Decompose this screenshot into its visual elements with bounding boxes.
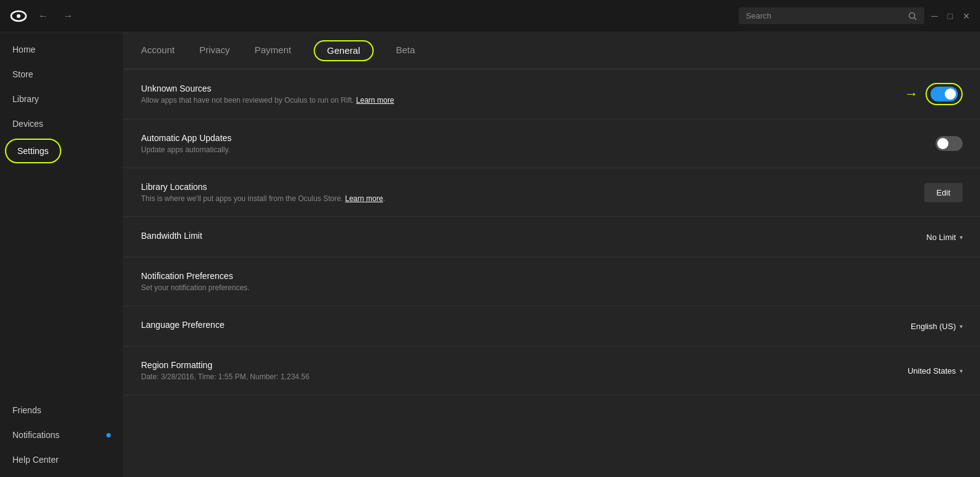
unknown-sources-title: Unknown Sources xyxy=(141,84,905,93)
tab-payment[interactable]: Payment xyxy=(252,40,293,61)
bandwidth-limit-info: Bandwidth Limit xyxy=(141,231,926,243)
library-locations-info: Library Locations This is where we'll pu… xyxy=(141,182,924,203)
automatic-updates-desc: Update apps automatically. xyxy=(141,145,935,154)
bandwidth-limit-control: No Limit ▾ xyxy=(926,233,963,242)
automatic-updates-control xyxy=(935,136,963,151)
language-preference-value: English (US) xyxy=(911,322,956,331)
tab-account[interactable]: Account xyxy=(139,40,177,61)
toggle-circle xyxy=(926,83,963,105)
unknown-sources-desc: Allow apps that have not been reviewed b… xyxy=(141,96,905,105)
sidebar-item-store[interactable]: Store xyxy=(0,62,123,87)
sidebar-item-label: Settings xyxy=(17,146,49,156)
notification-dot xyxy=(106,433,111,437)
back-button[interactable]: ← xyxy=(35,8,52,24)
unknown-sources-control: → xyxy=(905,83,963,105)
unknown-sources-toggle[interactable] xyxy=(931,87,958,101)
arrow-right-icon: → xyxy=(905,86,918,102)
tab-privacy[interactable]: Privacy xyxy=(197,40,232,61)
notification-preferences-row: Notification Preferences Set your notifi… xyxy=(124,257,980,306)
automatic-updates-toggle-thumb xyxy=(937,138,948,149)
chevron-down-icon: ▾ xyxy=(960,234,963,241)
maximize-button[interactable]: □ xyxy=(948,11,953,21)
notification-preferences-info: Notification Preferences Set your notifi… xyxy=(141,271,963,292)
automatic-updates-info: Automatic App Updates Update apps automa… xyxy=(141,133,935,154)
sidebar-item-notifications[interactable]: Notifications xyxy=(0,423,123,447)
region-formatting-desc: Date: 3/28/2016, Time: 1:55 PM, Number: … xyxy=(141,372,908,381)
minimize-button[interactable]: ─ xyxy=(932,11,938,21)
bandwidth-limit-title: Bandwidth Limit xyxy=(141,231,926,241)
sidebar-item-library[interactable]: Library xyxy=(0,87,123,111)
region-formatting-dropdown[interactable]: United States ▾ xyxy=(908,366,963,376)
sidebar-item-label: Home xyxy=(12,45,35,54)
library-locations-learn-more-link[interactable]: Learn more xyxy=(345,194,383,203)
bandwidth-limit-dropdown[interactable]: No Limit ▾ xyxy=(926,233,963,242)
svg-line-3 xyxy=(914,17,916,20)
sidebar-item-devices[interactable]: Devices xyxy=(0,111,123,136)
sidebar-item-settings[interactable]: Settings xyxy=(0,139,123,163)
forward-button[interactable]: → xyxy=(59,8,77,24)
library-locations-edit-button[interactable]: Edit xyxy=(924,183,963,202)
language-preference-info: Language Preference xyxy=(141,320,911,332)
language-preference-row: Language Preference English (US) ▾ xyxy=(124,306,980,346)
region-formatting-info: Region Formatting Date: 3/28/2016, Time:… xyxy=(141,360,908,381)
sidebar-item-label: Notifications xyxy=(12,430,59,440)
title-bar-controls: ─ □ ✕ xyxy=(932,11,970,21)
language-preference-control: English (US) ▾ xyxy=(911,322,963,331)
close-button[interactable]: ✕ xyxy=(963,11,970,21)
unknown-sources-toggle-thumb xyxy=(945,88,956,100)
chevron-down-icon: ▾ xyxy=(960,323,963,330)
title-bar-left: ← → xyxy=(10,7,739,25)
sidebar-item-label: Library xyxy=(12,94,39,104)
tab-general-wrapper: ↓ General xyxy=(314,40,374,61)
notification-preferences-title: Notification Preferences xyxy=(141,271,963,281)
general-circle: General xyxy=(314,40,374,61)
region-formatting-value: United States xyxy=(908,366,956,376)
sidebar-item-home[interactable]: Home xyxy=(0,37,123,62)
settings-content: Unknown Sources Allow apps that have not… xyxy=(124,69,980,477)
region-formatting-row: Region Formatting Date: 3/28/2016, Time:… xyxy=(124,346,980,395)
tab-beta[interactable]: Beta xyxy=(393,40,418,61)
automatic-updates-toggle[interactable] xyxy=(935,136,963,151)
sidebar-top: Home Store Library Devices Settings xyxy=(0,37,123,398)
oculus-logo-icon xyxy=(10,7,27,25)
region-formatting-title: Region Formatting xyxy=(141,360,908,370)
tabs-bar: Account Privacy Payment ↓ General Beta xyxy=(124,32,980,69)
sidebar-item-label: Devices xyxy=(12,119,43,129)
bandwidth-limit-value: No Limit xyxy=(926,233,956,242)
sidebar: Home Store Library Devices Settings Frie… xyxy=(0,32,124,477)
sidebar-bottom: Friends Notifications Help Center xyxy=(0,398,123,472)
sidebar-item-label: Store xyxy=(12,69,33,79)
bandwidth-limit-row: Bandwidth Limit No Limit ▾ xyxy=(124,217,980,257)
language-preference-dropdown[interactable]: English (US) ▾ xyxy=(911,322,963,331)
arrow-down-icon: ↓ xyxy=(340,32,347,35)
unknown-sources-row: Unknown Sources Allow apps that have not… xyxy=(124,69,980,119)
library-locations-desc-text: This is where we'll put apps you install… xyxy=(141,194,345,203)
automatic-updates-row: Automatic App Updates Update apps automa… xyxy=(124,119,980,168)
language-preference-title: Language Preference xyxy=(141,320,911,330)
settings-highlight: Settings xyxy=(5,139,61,163)
region-formatting-control: United States ▾ xyxy=(908,366,963,376)
library-locations-title: Library Locations xyxy=(141,182,924,192)
library-locations-control: Edit xyxy=(924,183,963,202)
search-area xyxy=(739,7,924,24)
title-bar: ← → ─ □ ✕ xyxy=(0,0,980,32)
main-content: Account Privacy Payment ↓ General Beta U… xyxy=(124,32,980,477)
svg-point-2 xyxy=(909,12,914,18)
unknown-sources-info: Unknown Sources Allow apps that have not… xyxy=(141,84,905,105)
unknown-sources-learn-more-link[interactable]: Learn more xyxy=(356,96,394,105)
sidebar-item-label: Help Center xyxy=(12,455,59,465)
notification-preferences-desc: Set your notification preferences. xyxy=(141,283,963,292)
sidebar-item-friends[interactable]: Friends xyxy=(0,398,123,423)
library-locations-row: Library Locations This is where we'll pu… xyxy=(124,168,980,217)
automatic-updates-title: Automatic App Updates xyxy=(141,133,935,143)
sidebar-item-help-center[interactable]: Help Center xyxy=(0,447,123,472)
automatic-updates-toggle-track xyxy=(935,136,963,151)
tab-general[interactable]: General xyxy=(325,40,363,61)
sidebar-item-label: Friends xyxy=(12,405,41,415)
svg-point-1 xyxy=(17,14,20,18)
search-icon xyxy=(908,12,917,20)
app-body: Home Store Library Devices Settings Frie… xyxy=(0,32,980,477)
unknown-sources-desc-text: Allow apps that have not been reviewed b… xyxy=(141,96,356,105)
search-input[interactable] xyxy=(746,11,903,20)
chevron-down-icon: ▾ xyxy=(960,367,963,374)
